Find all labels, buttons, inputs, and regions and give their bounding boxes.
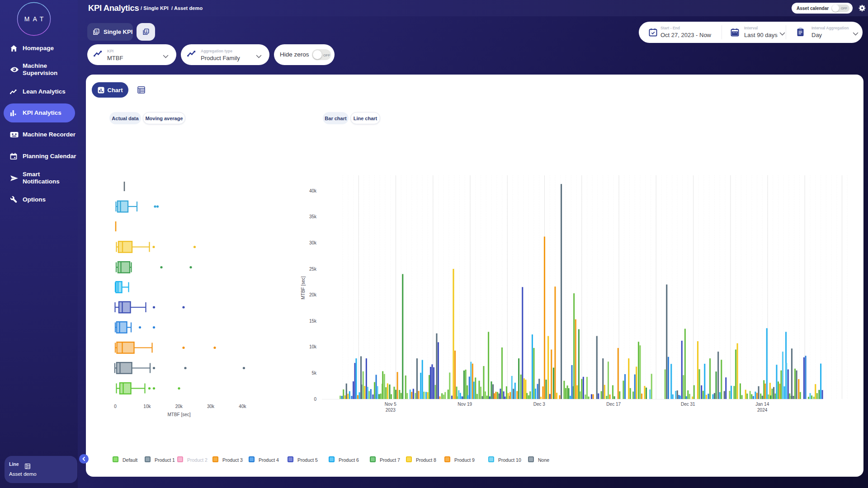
svg-text:Nov 5: Nov 5 [385, 402, 397, 407]
svg-text:10k: 10k [143, 404, 151, 409]
svg-text:40k: 40k [309, 188, 317, 193]
svg-text:25k: 25k [309, 267, 317, 272]
svg-text:Dec 17: Dec 17 [606, 402, 621, 407]
svg-text:2: 2 [146, 29, 147, 33]
svg-text:MTBF [sec]: MTBF [sec] [301, 276, 306, 299]
svg-text:Nov 19: Nov 19 [458, 402, 472, 407]
svg-text:2023: 2023 [386, 408, 396, 413]
svg-text:Dec 3: Dec 3 [533, 402, 546, 407]
svg-text:30k: 30k [207, 404, 215, 409]
svg-text:20k: 20k [309, 292, 317, 297]
svg-text:2024: 2024 [757, 408, 768, 413]
svg-text:10k: 10k [309, 344, 317, 349]
svg-text:15k: 15k [309, 319, 317, 324]
svg-text:0: 0 [314, 397, 316, 402]
svg-text:Jan 14: Jan 14 [755, 402, 769, 407]
svg-text:40k: 40k [239, 404, 246, 409]
svg-text:1: 1 [96, 29, 98, 33]
svg-text:5k: 5k [311, 371, 317, 375]
svg-text:20k: 20k [175, 404, 183, 409]
svg-text:Dec 31: Dec 31 [681, 402, 695, 407]
svg-text:35k: 35k [309, 214, 317, 219]
svg-text:0: 0 [114, 404, 117, 409]
svg-text:30k: 30k [309, 240, 317, 245]
svg-text:MTBF [sec]: MTBF [sec] [167, 412, 190, 417]
